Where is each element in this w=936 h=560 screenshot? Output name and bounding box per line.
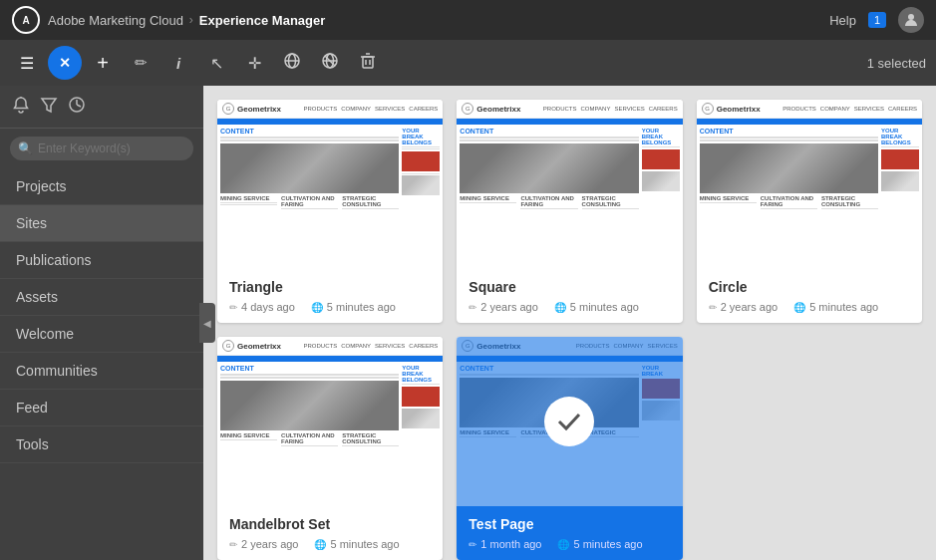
plus-icon: +	[97, 52, 109, 75]
globe-icon: 🌐	[314, 539, 326, 550]
sidebar-item-tools[interactable]: Tools	[0, 426, 203, 463]
info-button[interactable]: i	[161, 46, 195, 80]
app-name: Adobe Marketing Cloud	[48, 13, 183, 28]
sidebar-collapse-button[interactable]: ◀	[199, 303, 215, 343]
globe-icon: 🌐	[311, 302, 323, 313]
card-meta: ✏ 1 month ago 🌐 5 minutes ago	[468, 538, 670, 550]
sidebar-search-wrapper: 🔍	[10, 137, 193, 160]
sidebar-item-assets[interactable]: Assets	[0, 279, 203, 316]
move-button[interactable]: ✛	[237, 46, 271, 80]
trash-icon	[359, 52, 377, 74]
edit-button[interactable]: ✏	[124, 46, 157, 80]
unpublish-button[interactable]	[313, 46, 347, 80]
card-info: Circle ✏ 2 years ago 🌐 5 minutes ago	[697, 269, 922, 323]
sidebar-toolbar	[0, 86, 203, 129]
toolbar: ☰ ✕ + ✏ i ↖ ✛ 1 selected	[0, 40, 936, 86]
info-icon: i	[176, 55, 180, 72]
card-publish-time: 🌐 5 minutes ago	[311, 301, 396, 313]
svg-line-17	[77, 105, 81, 107]
notification-badge[interactable]: 1	[868, 12, 886, 28]
globe-icon: 🌐	[557, 539, 569, 550]
card-edit-time: ✏ 4 days ago	[229, 301, 295, 313]
card-meta: ✏ 2 years ago 🌐 5 minutes ago	[229, 538, 431, 550]
hamburger-icon: ☰	[20, 54, 34, 73]
sidebar-item-projects[interactable]: Projects	[0, 168, 203, 205]
sidebar-item-label: Projects	[16, 178, 67, 194]
content-area: G Geometrixx PRODUCTS COMPANY SERVICES C…	[203, 86, 936, 560]
selected-overlay	[457, 337, 682, 506]
top-bar-right: Help 1	[829, 7, 924, 33]
user-avatar[interactable]	[898, 7, 924, 33]
card-meta: ✏ 2 years ago 🌐 5 minutes ago	[709, 301, 910, 313]
pencil-icon: ✏	[229, 539, 237, 550]
breadcrumb-chevron: ›	[189, 13, 193, 27]
close-icon: ✕	[59, 55, 71, 71]
svg-marker-14	[42, 99, 56, 112]
cursor-icon: ↖	[210, 54, 223, 73]
top-bar: A Adobe Marketing Cloud › Experience Man…	[0, 0, 936, 40]
main-layout: 🔍 Projects Sites Publications Assets Wel…	[0, 86, 936, 560]
card-square[interactable]: G Geometrixx PRODUCTS COMPANY SERVICES C…	[457, 100, 682, 323]
delete-button[interactable]	[351, 46, 385, 80]
globe-icon: 🌐	[793, 302, 805, 313]
pencil-icon: ✏	[229, 302, 237, 313]
card-edit-time: ✏ 2 years ago	[468, 301, 537, 313]
sidebar: 🔍 Projects Sites Publications Assets Wel…	[0, 86, 203, 560]
menu-button[interactable]: ☰	[10, 46, 44, 80]
card-info: Triangle ✏ 4 days ago 🌐 5 minutes ago	[217, 269, 443, 323]
cards-grid: G Geometrixx PRODUCTS COMPANY SERVICES C…	[217, 100, 922, 560]
card-publish-time: 🌐 5 minutes ago	[314, 538, 399, 550]
card-info: Test Page ✏ 1 month ago 🌐 5 minutes ago	[457, 506, 682, 560]
card-thumbnail: G Geometrixx PRODUCTS COMPANY SERVICES C…	[217, 100, 443, 269]
clock-icon	[68, 100, 86, 117]
sidebar-item-label: Publications	[16, 252, 92, 268]
svg-point-0	[908, 14, 914, 20]
sidebar-item-label: Feed	[16, 400, 48, 416]
card-edit-time: ✏ 1 month ago	[468, 538, 541, 550]
sidebar-nav: Projects Sites Publications Assets Welco…	[0, 168, 203, 560]
card-publish-time: 🌐 5 minutes ago	[793, 301, 878, 313]
card-testpage[interactable]: G Geometrixx PRODUCTS COMPANY SERVICES	[457, 337, 682, 560]
chevron-left-icon: ◀	[203, 318, 211, 329]
pencil-icon: ✏	[468, 539, 476, 550]
svg-rect-8	[363, 57, 373, 68]
publish-button[interactable]	[275, 46, 309, 80]
card-mandelbrot[interactable]: G Geometrixx PRODUCTS COMPANY SERVICES C…	[217, 337, 443, 560]
pencil-icon: ✏	[135, 54, 148, 72]
add-button[interactable]: +	[86, 46, 120, 80]
card-edit-time: ✏ 2 years ago	[229, 538, 298, 550]
globe-icon	[283, 52, 301, 74]
sidebar-item-publications[interactable]: Publications	[0, 242, 203, 279]
search-input[interactable]	[10, 137, 193, 160]
sidebar-item-label: Sites	[16, 215, 47, 231]
filter-icon	[40, 100, 58, 117]
close-button[interactable]: ✕	[48, 46, 82, 80]
search-icon: 🔍	[18, 141, 33, 155]
sidebar-item-sites[interactable]: Sites	[0, 205, 203, 242]
card-thumbnail: G Geometrixx PRODUCTS COMPANY SERVICES C…	[697, 100, 922, 269]
card-thumbnail: G Geometrixx PRODUCTS COMPANY SERVICES	[457, 337, 682, 506]
help-link[interactable]: Help	[829, 13, 856, 28]
select-button[interactable]: ↖	[199, 46, 233, 80]
card-thumbnail: G Geometrixx PRODUCTS COMPANY SERVICES C…	[217, 337, 443, 506]
card-publish-time: 🌐 5 minutes ago	[554, 301, 639, 313]
current-app-label: Experience Manager	[199, 13, 829, 28]
card-edit-time: ✏ 2 years ago	[709, 301, 778, 313]
card-title: Test Page	[468, 516, 670, 532]
card-title: Triangle	[229, 279, 431, 295]
card-thumbnail: G Geometrixx PRODUCTS COMPANY SERVICES C…	[457, 100, 682, 269]
card-title: Mandelbrot Set	[229, 516, 431, 532]
selected-count-label: 1 selected	[867, 56, 926, 71]
sidebar-filter-button[interactable]	[40, 96, 58, 118]
card-circle[interactable]: G Geometrixx PRODUCTS COMPANY SERVICES C…	[697, 100, 922, 323]
checkmark-circle	[544, 397, 594, 446]
sidebar-bell-button[interactable]	[12, 96, 30, 118]
adobe-logo: A	[12, 6, 40, 34]
sidebar-item-feed[interactable]: Feed	[0, 390, 203, 426]
sidebar-clock-button[interactable]	[68, 96, 86, 118]
card-meta: ✏ 2 years ago 🌐 5 minutes ago	[468, 301, 670, 313]
sidebar-item-welcome[interactable]: Welcome	[0, 316, 203, 353]
sidebar-item-communities[interactable]: Communities	[0, 353, 203, 390]
pencil-icon: ✏	[468, 302, 476, 313]
card-triangle[interactable]: G Geometrixx PRODUCTS COMPANY SERVICES C…	[217, 100, 443, 323]
